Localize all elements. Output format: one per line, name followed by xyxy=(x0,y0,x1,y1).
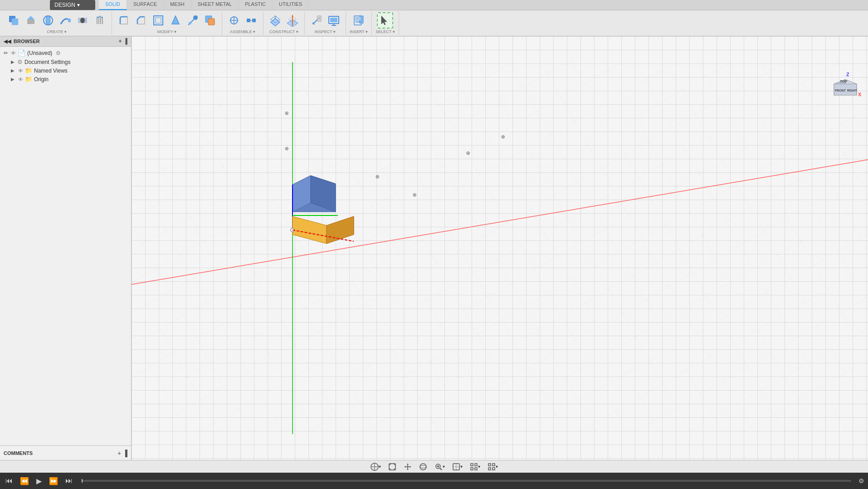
orbit-btn[interactable] xyxy=(417,462,429,472)
grid-settings-btn[interactable]: ▾ xyxy=(468,462,482,472)
combine-btn[interactable] xyxy=(202,12,218,29)
zoom-btn[interactable]: ▾ xyxy=(433,462,447,472)
new-component-btn[interactable] xyxy=(5,12,22,29)
tree-item-doc-settings[interactable]: ▶ ⚙ Document Settings xyxy=(9,58,129,66)
inspect-group: INSPECT ▾ xyxy=(305,11,346,35)
rigid-group-btn[interactable] xyxy=(243,12,259,29)
design-dropdown[interactable]: DESIGN ▾ xyxy=(50,0,95,10)
display-mode-btn[interactable]: ▾ xyxy=(450,462,464,472)
svg-rect-84 xyxy=(453,464,459,470)
modify-group: MODIFY ▾ xyxy=(112,11,222,35)
toolbar-tabs: DESIGN ▾ SOLID SURFACE MESH SHEET METAL … xyxy=(0,0,868,10)
tree-item-named-views[interactable]: ▶ 👁 📁 Named Views xyxy=(9,66,129,75)
tab-mesh[interactable]: MESH xyxy=(164,0,191,10)
svg-rect-41 xyxy=(355,17,361,20)
construct-label: CONSTRUCT ▾ xyxy=(269,29,298,34)
browser-add-icon[interactable]: + xyxy=(118,38,122,44)
tab-sheet-metal[interactable]: SHEET METAL xyxy=(191,0,239,10)
tree-arrow-doc: ▶ xyxy=(11,59,15,64)
revolve-btn[interactable] xyxy=(40,12,56,29)
timeline: ⏮ ⏪ ▶ ⏩ ⏭ ⚙ xyxy=(0,473,868,489)
svg-text:RIGHT: RIGHT xyxy=(847,89,858,92)
snap-settings-btn[interactable]: ▾ xyxy=(486,462,500,472)
timeline-play-btn[interactable]: ▶ xyxy=(34,476,44,486)
timeline-end-btn[interactable]: ⏭ xyxy=(63,476,74,486)
measure-btn[interactable] xyxy=(308,12,325,29)
create-group: CREATE ▾ xyxy=(2,11,112,35)
fit-view-btn[interactable] xyxy=(386,462,398,472)
browser-header-icons: + ▐ xyxy=(118,38,127,44)
chamfer-btn[interactable] xyxy=(133,12,149,29)
comments-label: COMMENTS xyxy=(4,450,33,456)
tree-origin-label: Origin xyxy=(34,76,49,83)
sweep-btn[interactable] xyxy=(57,12,73,29)
tab-surface[interactable]: SURFACE xyxy=(127,0,164,10)
comments-panel: COMMENTS + ▐ xyxy=(0,445,131,460)
tab-plastic[interactable]: PLASTIC xyxy=(239,0,273,10)
nav-cube[interactable]: Z TOP FRONT RIGHT X xyxy=(827,73,863,109)
main-content: ◀◀ BROWSER + ▐ ✏ 👁 📄 (Unsaved) ⚙ ▶ ⚙ Doc… xyxy=(0,36,868,460)
svg-line-81 xyxy=(440,468,442,470)
browser-panel-icon[interactable]: ▐ xyxy=(123,38,127,44)
modify-label: MODIFY ▾ xyxy=(157,29,176,34)
viewport[interactable]: ⊕ ⊕ ⊕ ⊕ ⊕ ⊕ xyxy=(132,36,868,460)
tab-solid[interactable]: SOLID xyxy=(99,0,127,10)
svg-rect-94 xyxy=(493,468,495,470)
insert-label: INSERT ▾ xyxy=(350,29,368,34)
view-orientation-btn[interactable]: ▾ xyxy=(369,462,383,472)
tree-arrow-origin: ▶ xyxy=(11,77,15,82)
svg-rect-89 xyxy=(471,468,473,470)
timeline-start-btn[interactable]: ⏮ xyxy=(4,476,15,486)
fillet-btn[interactable] xyxy=(116,12,132,29)
svg-point-78 xyxy=(420,464,426,470)
svg-rect-6 xyxy=(68,19,71,22)
timeline-settings-btn[interactable]: ⚙ xyxy=(858,477,864,484)
assemble-group: ASSEMBLE ▾ xyxy=(222,11,263,35)
comments-panel-icon[interactable]: ▐ xyxy=(123,450,127,457)
svg-rect-20 xyxy=(247,19,250,22)
tree-doc-icon: 📄 xyxy=(18,49,25,57)
timeline-slider[interactable] xyxy=(82,480,851,482)
hole-btn[interactable] xyxy=(74,12,91,29)
tab-utilities[interactable]: UTILITIES xyxy=(273,0,309,10)
svg-rect-32 xyxy=(317,16,321,21)
tree-eye-origin[interactable]: 👁 xyxy=(18,77,23,82)
svg-rect-10 xyxy=(156,18,161,23)
svg-point-5 xyxy=(46,16,50,25)
svg-rect-87 xyxy=(471,464,473,466)
axis-btn[interactable] xyxy=(284,12,301,29)
tree-settings-icon[interactable]: ⚙ xyxy=(56,50,61,56)
select-btn[interactable] xyxy=(377,12,393,29)
tree-folder-views-icon: 📁 xyxy=(25,67,32,74)
display-settings-btn[interactable] xyxy=(326,12,342,29)
joint-btn[interactable] xyxy=(226,12,242,29)
comments-add-icon[interactable]: + xyxy=(117,450,121,457)
draft-btn[interactable] xyxy=(167,12,184,29)
select-group: SELECT ▾ xyxy=(372,11,399,35)
sidebar: ◀◀ BROWSER + ▐ ✏ 👁 📄 (Unsaved) ⚙ ▶ ⚙ Doc… xyxy=(0,36,132,460)
tree-item-root[interactable]: ✏ 👁 📄 (Unsaved) ⚙ xyxy=(2,49,129,58)
tree-eye-icon[interactable]: 👁 xyxy=(11,50,16,56)
insert-btn[interactable] xyxy=(351,12,367,29)
offset-plane-btn[interactable] xyxy=(267,12,283,29)
svg-rect-1 xyxy=(12,19,18,25)
timeline-prev-btn[interactable]: ⏪ xyxy=(18,476,31,486)
extrude-btn[interactable] xyxy=(23,12,39,29)
timeline-next-btn[interactable]: ⏩ xyxy=(47,476,60,486)
svg-rect-2 xyxy=(27,20,34,24)
svg-rect-92 xyxy=(493,464,495,466)
svg-point-13 xyxy=(189,22,191,24)
svg-marker-11 xyxy=(172,16,179,24)
collapse-icon[interactable]: ◀◀ xyxy=(4,39,11,44)
tree-eye-views[interactable]: 👁 xyxy=(18,68,23,73)
shell-btn[interactable] xyxy=(150,12,166,29)
tree-item-origin[interactable]: ▶ 👁 📁 Origin xyxy=(9,75,129,83)
scale-btn[interactable] xyxy=(185,12,201,29)
select-label: SELECT ▾ xyxy=(375,29,395,34)
svg-rect-16 xyxy=(208,19,215,25)
toolbar: DESIGN ▾ SOLID SURFACE MESH SHEET METAL … xyxy=(0,0,868,36)
pan-btn[interactable] xyxy=(402,462,414,472)
thread-btn[interactable] xyxy=(92,12,108,29)
svg-rect-38 xyxy=(330,18,337,22)
svg-rect-93 xyxy=(488,468,491,470)
